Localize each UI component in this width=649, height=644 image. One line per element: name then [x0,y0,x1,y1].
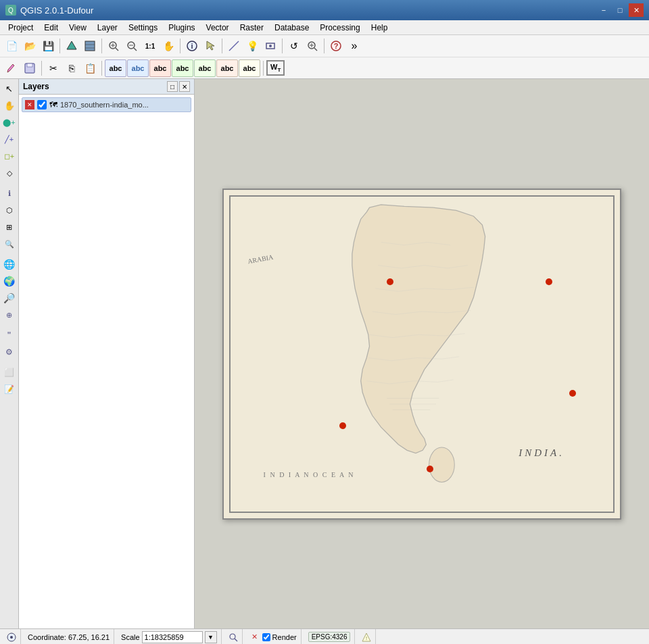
lt-wms-btn[interactable]: ⊕ [1,307,18,323]
save-edits-button[interactable] [21,59,39,77]
zoom-out-button[interactable] [123,37,141,55]
lt-globe-btn[interactable]: 🌐 [1,256,18,272]
lt-pan-btn[interactable]: ✋ [1,97,18,114]
lt-add-poly-btn[interactable]: ◻+ [1,148,18,164]
digitize-button[interactable] [3,59,20,77]
cut-button[interactable]: ✂ [45,59,62,77]
menu-bar: Project Edit View Layer Settings Plugins… [0,20,649,35]
zoom-layer-button[interactable] [262,37,279,55]
menu-raster[interactable]: Raster [235,22,269,34]
scale-dropdown-button[interactable]: ▼ [205,631,217,643]
menu-plugins[interactable]: Plugins [163,22,200,34]
status-warning-area: ! [358,629,376,644]
scale-label: Scale [121,633,140,641]
coordinate-value: 67.25, 16.21 [68,633,110,641]
lt-select-btn[interactable]: ↖ [1,80,18,97]
more-button[interactable]: » [345,37,363,55]
map-area[interactable]: INDIA. ARABIA I N D I A N O C E A N [195,79,649,628]
menu-help[interactable]: Help [366,22,393,34]
paste-button[interactable]: 📋 [81,59,99,77]
copy-button[interactable]: ⎘ [63,59,80,77]
lt-open-table-btn[interactable]: ⊞ [1,219,18,235]
zoom-in-button[interactable] [304,37,321,55]
open-project-button[interactable]: 📂 [21,37,39,55]
lt-add-point-btn[interactable]: ⬤+ [1,114,18,130]
close-button[interactable]: ✕ [629,3,644,17]
status-scale-area: Scale ▼ [117,629,222,644]
add-vector-layer-button[interactable] [63,37,80,55]
gcp-point-4 [569,390,576,397]
toolbar-sep-7 [41,61,42,76]
layers-restore-button[interactable]: □ [167,81,178,92]
toolbar-sep-2 [101,39,102,53]
lt-node-btn[interactable]: ◇ [1,165,18,181]
label-abc-button[interactable]: abc [105,59,126,77]
toolbar-sep-3 [180,39,181,53]
gcp-point-3 [339,422,346,429]
menu-layer[interactable]: Layer [92,22,123,34]
lt-identify-btn[interactable]: ℹ [1,185,18,201]
lt-tool-btn[interactable]: ⚙ [1,344,18,360]
render-checkbox[interactable] [262,633,270,641]
add-raster-layer-button[interactable] [81,37,99,55]
status-coordinate-area: Coordinate: 67.25, 16.21 [24,629,114,644]
menu-database[interactable]: Database [269,22,314,34]
layers-close-button[interactable]: ✕ [179,81,190,92]
lt-deselect-btn[interactable]: ⬡ [1,202,18,218]
lt-search-btn[interactable]: 🔎 [1,290,18,306]
zoom-full-button[interactable] [105,37,122,55]
minimize-button[interactable]: − [596,3,611,17]
label-abc3-button[interactable]: abc [149,59,171,77]
lt-script-btn[interactable]: 📝 [1,381,18,397]
gcp-point-5 [427,466,433,472]
label-abc6-button[interactable]: abc [216,59,238,77]
menu-view[interactable]: View [64,22,92,34]
coordinate-label: Coordinate: [28,633,66,641]
map-tips-button[interactable]: 💡 [243,37,261,55]
label-abc4-button[interactable]: abc [172,59,193,77]
select-features-button[interactable] [201,37,219,55]
help-button[interactable]: ? [327,37,345,55]
gcp-point-2 [546,278,552,285]
save-project-button[interactable]: 💾 [39,37,57,55]
gcp-point-1 [387,278,393,285]
lt-globe2-btn[interactable]: 🌍 [1,273,18,289]
maximize-button[interactable]: □ [612,3,627,17]
layer-item[interactable]: ✕ 🗺 1870_southern-india_mo... [22,97,191,112]
menu-vector[interactable]: Vector [201,22,235,34]
left-toolbar: ↖ ✋ ⬤+ ╱+ ◻+ ◇ ℹ ⬡ ⊞ 🔍 🌐 🌍 🔎 ⊕ " ⚙ ⬜ 📝 [0,79,19,628]
map-label-india: INDIA. [519,447,564,459]
wkt-button[interactable]: WT [266,60,285,76]
menu-edit[interactable]: Edit [39,22,64,34]
svg-point-30 [230,634,235,639]
layer-visibility-checkbox[interactable] [37,100,47,109]
layers-list: ✕ 🗺 1870_southern-india_mo... [19,95,194,628]
svg-text:!: ! [366,635,368,641]
svg-point-27 [429,447,455,482]
zoom-11-button[interactable]: 1:1 [141,37,159,55]
scale-input[interactable] [142,631,203,643]
menu-settings[interactable]: Settings [123,22,163,34]
lt-zoom-in-btn[interactable]: 🔍 [1,236,18,252]
status-location-icon [3,629,21,644]
status-render-area: ✕ Render [245,629,302,644]
new-project-button[interactable]: 📄 [3,37,20,55]
title-bar: Q QGIS 2.0.1-Dufour − □ ✕ [0,0,649,20]
label-abc2-button[interactable]: abc [127,59,149,77]
render-label: Render [272,633,297,641]
svg-marker-0 [67,41,76,49]
lt-quote-btn[interactable]: " [1,327,18,343]
label-abc7-button[interactable]: abc [239,59,260,77]
lt-add-line-btn[interactable]: ╱+ [1,131,18,147]
toolbar-sep-8 [101,61,102,76]
identify-features-button[interactable]: i [183,37,201,55]
menu-processing[interactable]: Processing [314,22,365,34]
label-abc5-button[interactable]: abc [194,59,216,77]
layer-remove-button[interactable]: ✕ [25,100,34,109]
refresh-button[interactable]: ↺ [285,37,303,55]
pan-map-button[interactable]: ✋ [160,37,177,55]
measure-button[interactable] [225,37,243,55]
lt-rect-btn[interactable]: ⬜ [1,364,18,380]
cancel-render-button[interactable]: ✕ [249,632,260,643]
menu-project[interactable]: Project [3,22,39,34]
